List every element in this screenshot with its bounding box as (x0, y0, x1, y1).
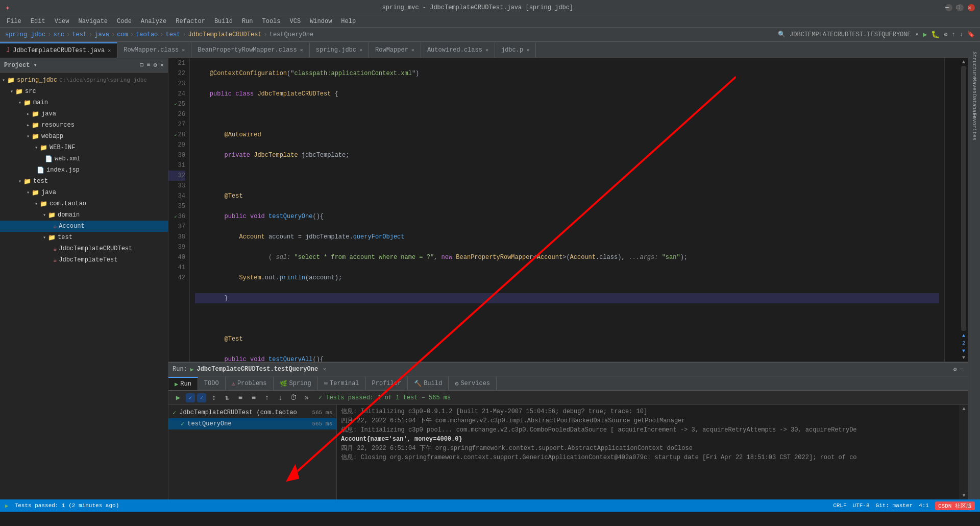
tree-account[interactable]: ☕ Account (0, 221, 168, 232)
more-btn[interactable]: » (301, 392, 312, 403)
bottom-tab-run[interactable]: ▶ Run (168, 377, 198, 390)
menu-view[interactable]: View (51, 17, 74, 26)
breadcrumb-java[interactable]: java (94, 31, 109, 38)
sort-btn2[interactable]: ⇅ (222, 392, 233, 403)
sort-btn1[interactable]: ↕ (208, 392, 219, 403)
tab-autowired[interactable]: Autowired.class ✕ (421, 42, 495, 58)
right-panel-btn4[interactable]: Favorites (969, 122, 979, 132)
filter-btn1[interactable]: ≡ (235, 392, 246, 403)
menu-analyze[interactable]: Analyze (137, 17, 170, 26)
tree-test-sub[interactable]: ▾ 📁 test (0, 232, 168, 243)
menu-navigate[interactable]: Navigate (74, 17, 112, 26)
debug-btn[interactable]: 🐛 (931, 30, 940, 39)
test-tree-method[interactable]: ✓ testQueryOne 565 ms (168, 418, 336, 429)
search-icon[interactable]: 🔍 (778, 31, 786, 38)
right-panel-btn3[interactable]: Database (969, 101, 979, 111)
filter-btn2[interactable]: ≡ (248, 392, 259, 403)
menu-edit[interactable]: Edit (27, 17, 50, 26)
scroll-up-arrow[interactable]: ▲ (962, 59, 965, 65)
breadcrumb-taotao[interactable]: taotao (136, 31, 158, 38)
sidebar-icon-collapse[interactable]: ⊟ (140, 61, 143, 69)
tab-jdbctemplatecrudtest[interactable]: J JdbcTemplateCRUDTest.java ✕ (0, 42, 117, 58)
menu-bar[interactable]: File Edit View Navigate Code Analyze Ref… (0, 15, 980, 28)
tab-close[interactable]: ✕ (359, 47, 362, 53)
bookmark-icon[interactable]: 🔖 (967, 31, 975, 38)
minimize-btn[interactable]: ─ (945, 4, 952, 11)
sidebar-icon-gear[interactable]: ⚙ (154, 61, 157, 69)
menu-tools[interactable]: Tools (258, 17, 285, 26)
bottom-tab-services[interactable]: ⚙ Services (449, 377, 497, 390)
toggle-btn1[interactable]: ✓ (186, 393, 195, 402)
editor-scrollbar[interactable]: ▲ ▲ 2 ▼ ▼ (960, 58, 968, 362)
status-encoding[interactable]: UTF-8 (853, 503, 870, 509)
tree-indexjsp[interactable]: 📄 index.jsp (0, 164, 168, 176)
breadcrumb-class[interactable]: JdbcTemplateCRUDTest (188, 31, 262, 38)
tree-webapp[interactable]: ▾ 📁 webapp (0, 131, 168, 142)
tab-jdbc[interactable]: jdbc.p ✕ (495, 42, 536, 58)
tree-root[interactable]: ▾ 📁 spring_jdbc C:\idea\Spring\spring_jd… (0, 75, 168, 86)
tree-src[interactable]: ▾ 📁 src (0, 86, 168, 97)
sidebar-icon-close[interactable]: ✕ (160, 61, 164, 69)
tab-beanpropertyrowmapper[interactable]: BeanPropertyRowMapper.class ✕ (191, 42, 309, 58)
bottom-tab-spring[interactable]: 🌿 Spring (274, 377, 318, 390)
down-btn[interactable]: ↓ (275, 392, 286, 403)
nav-arrow-up[interactable]: ↑ (952, 31, 955, 38)
window-controls[interactable]: ─ □ ✕ (945, 4, 975, 11)
menu-file[interactable]: File (3, 17, 26, 26)
clock-btn[interactable]: ⏱ (288, 392, 299, 403)
tree-java[interactable]: ▸ 📁 java (0, 108, 168, 119)
run-minimize-icon[interactable]: — (960, 366, 964, 373)
maximize-btn[interactable]: □ (957, 4, 964, 11)
up-btn[interactable]: ↑ (261, 392, 273, 403)
tab-close[interactable]: ✕ (182, 47, 185, 53)
tree-resources[interactable]: ▸ 📁 resources (0, 119, 168, 131)
tree-domain[interactable]: ▾ 📁 domain (0, 209, 168, 221)
tab-springjdbc[interactable]: spring.jdbc ✕ (310, 42, 369, 58)
tree-main[interactable]: ▾ 📁 main (0, 97, 168, 108)
csdn-badge[interactable]: CSDN 社区版 (935, 501, 975, 510)
tab-close[interactable]: ✕ (411, 47, 414, 53)
bottom-scrollbar[interactable]: ▲ ▼ (960, 405, 968, 499)
breadcrumb-test[interactable]: test (72, 31, 87, 38)
tree-webinf[interactable]: ▾ 📁 WEB-INF (0, 142, 168, 153)
menu-vcs[interactable]: VCS (286, 17, 305, 26)
bottom-scroll-up[interactable]: ▲ (962, 406, 965, 412)
breadcrumb-project[interactable]: spring_jdbc (5, 31, 45, 38)
run-close[interactable]: ✕ (323, 366, 326, 372)
tab-rowmapper[interactable]: RowMapper.class ✕ (117, 42, 191, 58)
bottom-tab-todo[interactable]: TODO (198, 377, 226, 390)
toggle-btn2[interactable]: ✓ (197, 393, 206, 402)
breadcrumb-testdir[interactable]: test (166, 31, 181, 38)
code-editor[interactable]: 21 22 23 24 ↙25 26 27 ↙28 29 30 31 32 (168, 58, 968, 362)
close-btn[interactable]: ✕ (968, 4, 975, 11)
tree-templatetest[interactable]: ☕ JdbcTemplateTest (0, 254, 168, 266)
bottom-tab-terminal[interactable]: ⌨ Terminal (318, 377, 366, 390)
menu-build[interactable]: Build (210, 17, 237, 26)
right-panel-btn1[interactable]: Structure (969, 60, 979, 70)
run-test-name[interactable]: JdbcTemplateCRUDTest.testQueryOne (197, 366, 318, 373)
tab-close[interactable]: ✕ (485, 47, 488, 53)
settings-icon[interactable]: ⚙ (944, 31, 947, 38)
scroll-down-arrow[interactable]: ▼ (962, 355, 965, 361)
sidebar-icons[interactable]: ⊟ ≡ ⚙ ✕ (140, 61, 164, 69)
menu-code[interactable]: Code (113, 17, 136, 26)
breadcrumb-com[interactable]: com (117, 31, 128, 38)
bottom-scroll-down[interactable]: ▼ (962, 493, 965, 498)
breadcrumb-src[interactable]: src (53, 31, 64, 38)
tree-crudtest[interactable]: ☕ JdbcTemplateCRUDTest (0, 243, 168, 254)
code-content[interactable]: @ContextConfiguration("classpath:applica… (190, 58, 944, 362)
tab-close-active[interactable]: ✕ (108, 47, 111, 54)
tree-webxml[interactable]: 📄 web.xml (0, 153, 168, 164)
tab-rowmapper2[interactable]: RowMapper ✕ (369, 42, 421, 58)
bottom-tab-build[interactable]: 🔨 Build (408, 377, 449, 390)
tab-close[interactable]: ✕ (300, 47, 303, 53)
tab-close[interactable]: ✕ (526, 47, 529, 53)
nav-arrow-down[interactable]: ↓ (960, 31, 963, 38)
tree-testjava[interactable]: ▾ 📁 java (0, 187, 168, 198)
rerun-btn[interactable]: ▶ (173, 392, 184, 403)
sidebar-icon-settings[interactable]: ≡ (146, 61, 150, 69)
bottom-tab-profiler[interactable]: Profiler (366, 377, 408, 390)
run-config-dropdown[interactable]: ▾ (915, 31, 919, 38)
menu-window[interactable]: Window (306, 17, 336, 26)
menu-help[interactable]: Help (337, 17, 360, 26)
